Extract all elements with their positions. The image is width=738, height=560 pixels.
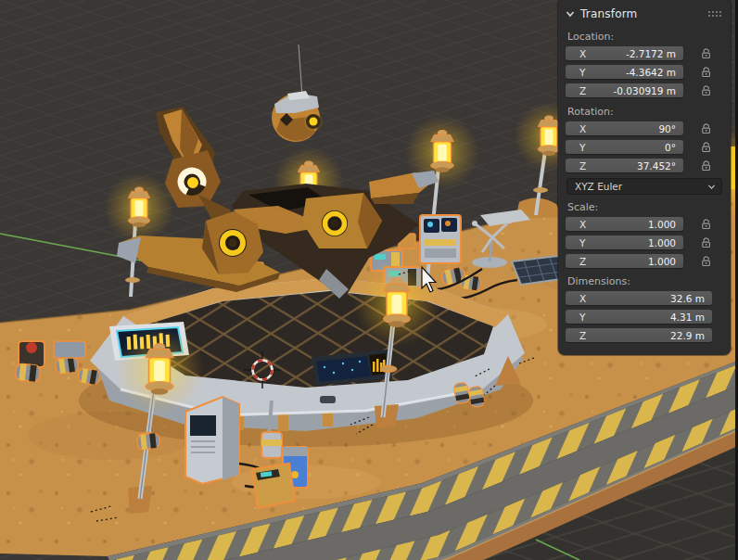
console[interactable]: [420, 215, 461, 263]
location-label: Location:: [567, 31, 723, 44]
scale-y-field[interactable]: Y1.000: [566, 235, 723, 249]
rotation-y-field[interactable]: Y0°: [566, 140, 723, 154]
scale-x-field[interactable]: X1.000: [566, 217, 723, 231]
lock-open-icon[interactable]: [700, 84, 712, 96]
lock-open-icon[interactable]: [700, 159, 712, 172]
lock-open-icon[interactable]: [700, 47, 712, 59]
lock-open-icon[interactable]: [700, 66, 712, 78]
panel-title: Transform: [580, 7, 638, 20]
dimensions-label: Dimensions:: [567, 275, 723, 288]
location-x-field[interactable]: X-2.7172 m: [566, 46, 723, 60]
transform-panel: Transform Location: X-2.7172 m Y-4.3642 …: [558, 0, 731, 355]
lock-open-icon[interactable]: [700, 122, 712, 134]
dimensions-x-field[interactable]: X32.6 m: [566, 291, 723, 305]
rotation-mode-dropdown[interactable]: XYZ Euler: [567, 179, 721, 194]
scale-z-field[interactable]: Z1.000: [566, 254, 723, 268]
chevron-down-icon[interactable]: [566, 9, 575, 19]
rotation-z-field[interactable]: Z37.452°: [566, 159, 723, 172]
dimensions-z-field[interactable]: Z22.9 m: [566, 328, 723, 342]
location-y-field[interactable]: Y-4.3642 m: [566, 65, 723, 79]
blender-window: Transform Location: X-2.7172 m Y-4.3642 …: [0, 0, 738, 560]
transform-panel-header[interactable]: Transform: [566, 5, 723, 22]
lock-open-icon[interactable]: [700, 141, 712, 153]
barrel[interactable]: [136, 433, 160, 450]
scale-label: Scale:: [567, 201, 723, 214]
rotation-label: Rotation:: [567, 106, 723, 119]
lock-open-icon[interactable]: [700, 255, 712, 267]
drag-handle-icon[interactable]: [708, 11, 721, 17]
location-z-field[interactable]: Z-0.030919 m: [566, 83, 723, 97]
lock-open-icon[interactable]: [700, 218, 712, 230]
dimensions-y-field[interactable]: Y4.31 m: [566, 310, 723, 324]
lock-open-icon[interactable]: [700, 236, 712, 248]
yellow-crate[interactable]: [252, 464, 295, 508]
chevron-down-icon: [700, 183, 716, 191]
rotation-x-field[interactable]: X90°: [566, 121, 723, 135]
